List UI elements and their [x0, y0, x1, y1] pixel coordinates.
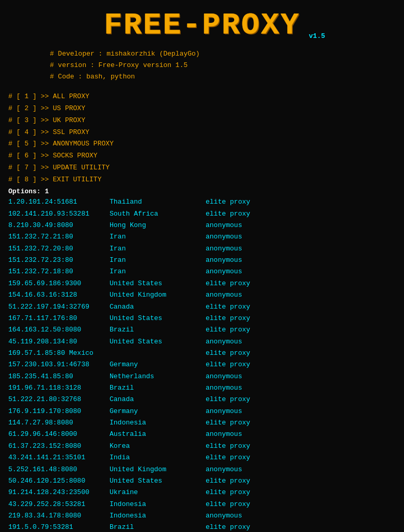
menu-item-7[interactable]: # [ 7 ] >> UPDATE UTILITY — [8, 162, 396, 174]
menu-item-6[interactable]: # [ 6 ] >> SOCKS PROXY — [8, 150, 396, 162]
menu-item-5[interactable]: # [ 5 ] >> ANONYMOUS PROXY — [8, 138, 396, 150]
proxy-row: 50.246.120.125:8080United Stateselite pr… — [8, 475, 396, 487]
proxy-row: 114.7.27.98:8080Indonesiaelite proxy — [8, 417, 396, 429]
proxy-ip: 151.232.72.23:80 — [8, 255, 110, 266]
proxy-type: anonymous — [206, 510, 242, 522]
logo-text: FREE-PROXY — [104, 6, 300, 44]
proxy-country: South Africa — [110, 208, 206, 220]
proxy-country: Brazil — [110, 324, 206, 336]
proxy-country: Iran — [110, 266, 206, 277]
proxy-country: Germany — [110, 406, 206, 417]
proxy-country: Indonesia — [110, 499, 206, 510]
proxy-row: 151.232.72.20:80Irananonymous — [8, 243, 396, 255]
proxy-type: anonymous — [206, 220, 242, 231]
proxy-type: elite proxy — [206, 324, 250, 336]
proxy-type: elite proxy — [206, 278, 250, 289]
proxy-country: Brazil — [110, 522, 206, 532]
proxy-row: 45.119.208.134:80United Statesanonymous — [8, 336, 396, 348]
proxy-row: 8.210.30.49:8080Hong Konganonymous — [8, 220, 396, 231]
proxy-row: 151.232.72.18:80Irananonymous — [8, 266, 396, 277]
proxy-ip: 102.141.210.93:53281 — [8, 208, 110, 220]
proxy-ip: 91.214.128.243:23500 — [8, 487, 110, 498]
proxy-type: elite proxy — [206, 301, 250, 313]
menu-block: # [ 1 ] >> ALL PROXY# [ 2 ] >> US PROXY#… — [0, 87, 404, 187]
proxy-type: anonymous — [206, 382, 242, 394]
proxy-row: 102.141.210.93:53281South Africaelite pr… — [8, 208, 396, 220]
proxy-ip: 1.20.101.24:51681 — [8, 196, 110, 208]
proxy-country: Iran — [110, 255, 206, 266]
version-badge: v1.5 — [309, 32, 325, 40]
proxy-type: anonymous — [206, 266, 242, 277]
proxy-ip: 176.9.119.170:8080 — [8, 406, 110, 417]
proxy-country: India — [110, 452, 206, 463]
proxy-ip: 151.232.72.20:80 — [8, 243, 110, 255]
proxy-row: 176.9.119.170:8080Germanyanonymous — [8, 406, 396, 417]
info-line-1: # Developer : mishakorzhik (DeplayGo) — [50, 48, 396, 60]
proxy-ip: 5.252.161.48:8080 — [8, 464, 110, 475]
proxy-country: United States — [110, 336, 206, 348]
proxy-row: 5.252.161.48:8080United Kingdomanonymous — [8, 464, 396, 475]
proxy-country: United Kingdom — [110, 464, 206, 475]
proxy-type: elite proxy — [206, 394, 250, 405]
proxy-row: 219.83.34.178:8080Indonesiaanonymous — [8, 510, 396, 522]
proxy-type: elite proxy — [206, 208, 250, 220]
proxy-ip: 151.232.72.21:80 — [8, 231, 110, 243]
proxy-type: elite proxy — [206, 441, 250, 452]
proxy-country — [110, 348, 206, 359]
proxy-ip: 45.119.208.134:80 — [8, 336, 110, 348]
menu-item-3[interactable]: # [ 3 ] >> UK PROXY — [8, 115, 396, 127]
proxy-type: elite proxy — [206, 348, 250, 359]
proxy-type: elite proxy — [206, 499, 250, 510]
proxy-type: anonymous — [206, 255, 242, 266]
proxy-country: United States — [110, 475, 206, 487]
proxy-row: 191.96.71.118:3128Brazilanonymous — [8, 382, 396, 394]
proxy-type: anonymous — [206, 243, 242, 255]
proxy-country: United States — [110, 278, 206, 289]
proxy-row: 151.232.72.23:80Irananonymous — [8, 255, 396, 266]
info-block: # Developer : mishakorzhik (DeplayGo) # … — [8, 48, 396, 83]
proxy-ip: 151.232.72.18:80 — [8, 266, 110, 277]
info-line-3: # Code : bash, python — [50, 71, 396, 83]
menu-item-1[interactable]: # [ 1 ] >> ALL PROXY — [8, 91, 396, 103]
proxy-type: anonymous — [206, 429, 242, 440]
proxy-type: anonymous — [206, 231, 242, 243]
proxy-country: Korea — [110, 441, 206, 452]
proxy-row: 191.5.0.79:53281Brazilelite proxy — [8, 522, 396, 532]
proxy-country: Iran — [110, 231, 206, 243]
proxy-row: 61.29.96.146:8000Australiaanonymous — [8, 429, 396, 440]
proxy-type: elite proxy — [206, 452, 250, 463]
proxy-country: United Kingdom — [110, 289, 206, 301]
menu-item-4[interactable]: # [ 4 ] >> SSL PROXY — [8, 127, 396, 139]
proxy-row: 157.230.103.91:46738Germanyelite proxy — [8, 359, 396, 370]
info-line-2: # version : Free-Proxy version 1.5 — [50, 60, 396, 71]
proxy-row: 159.65.69.186:9300United Stateselite pro… — [8, 278, 396, 289]
proxy-type: anonymous — [206, 406, 242, 417]
proxy-row: 185.235.41.85:80Netherlandsanonymous — [8, 371, 396, 382]
proxy-country: Brazil — [110, 382, 206, 394]
proxy-row: 51.222.21.80:32768Canadaelite proxy — [8, 394, 396, 405]
proxy-type: elite proxy — [206, 522, 250, 532]
proxy-ip: 169.57.1.85:80 Mexico — [8, 348, 110, 359]
proxy-row: 151.232.72.21:80Irananonymous — [8, 231, 396, 243]
proxy-country: Thailand — [110, 196, 206, 208]
menu-item-2[interactable]: # [ 2 ] >> US PROXY — [8, 103, 396, 115]
proxy-type: anonymous — [206, 336, 242, 348]
menu-item-8[interactable]: # [ 8 ] >> EXIT UTILITY — [8, 174, 396, 186]
proxy-country: Netherlands — [110, 371, 206, 382]
proxy-ip: 185.235.41.85:80 — [8, 371, 110, 382]
proxy-ip: 43.229.252.28:53281 — [8, 499, 110, 510]
proxy-country: Indonesia — [110, 510, 206, 522]
proxy-ip: 154.16.63.16:3128 — [8, 289, 110, 301]
proxy-type: elite proxy — [206, 417, 250, 429]
proxy-country: Germany — [110, 359, 206, 370]
options-line: Options: 1 — [0, 187, 404, 196]
proxy-ip: 50.246.120.125:8080 — [8, 475, 110, 487]
proxy-type: elite proxy — [206, 196, 250, 208]
proxy-type: elite proxy — [206, 487, 250, 498]
proxy-row: 43.229.252.28:53281Indonesiaelite proxy — [8, 499, 396, 510]
proxy-row: 169.57.1.85:80 Mexicoelite proxy — [8, 348, 396, 359]
proxy-row: 1.20.101.24:51681Thailandelite proxy — [8, 196, 396, 208]
proxy-ip: 8.210.30.49:8080 — [8, 220, 110, 231]
proxy-row: 61.37.223.152:8080Koreaelite proxy — [8, 441, 396, 452]
proxy-country: Australia — [110, 429, 206, 440]
